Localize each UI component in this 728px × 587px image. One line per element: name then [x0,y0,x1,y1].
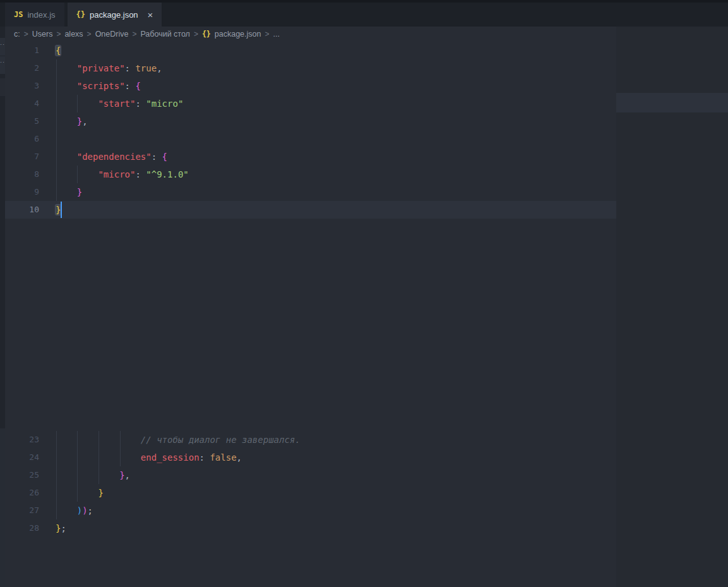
code-line[interactable]: 3 "scripts": { [5,77,616,95]
chevron-right-icon: > [87,30,92,39]
indent-guide [56,484,57,502]
code-text[interactable]: } [56,183,616,201]
code-token: , [237,452,242,463]
code-token: "dependencies" [77,152,152,162]
indent-guide [98,449,99,466]
line-number: 28 [5,519,56,537]
line-number: 26 [5,484,56,502]
code-line[interactable]: 27 )); [5,502,616,519]
code-text[interactable]: "start": "micro" [56,95,616,112]
editor-tab-bar: JS index.js {} package.json × [0,3,728,27]
code-line[interactable]: 26 } [5,484,616,502]
code-text[interactable]: // чтобы диалог не завершался. [56,431,616,449]
indent-guide [56,183,57,201]
code-text[interactable]: "dependencies": { [56,148,616,166]
code-line[interactable]: 5 }, [5,112,616,130]
line-number: 7 [5,148,56,166]
breadcrumb-item-symbol-path[interactable]: ... [273,30,279,39]
code-line[interactable]: 25 }, [5,466,616,484]
code-text[interactable]: "scripts": { [56,77,616,95]
code-token: true [135,63,157,73]
breadcrumb-item-file[interactable]: package.json [215,30,261,39]
text-cursor [61,202,62,218]
code-line[interactable]: 8 "micro": "^9.1.0" [5,166,616,183]
matched-bracket: { [56,45,61,56]
line-number: 4 [5,95,56,112]
code-token: , [82,116,87,126]
code-text[interactable]: } [56,484,616,502]
ellipsis-marks: ·· [0,43,5,45]
json-braces-file-icon: {} [76,10,85,19]
code-token: : [125,63,136,73]
breadcrumb-item-alexs[interactable]: alexs [64,30,83,39]
code-line[interactable]: 23 // чтобы диалог не завершался. [5,431,616,449]
tab-index-js[interactable]: JS index.js [5,3,64,27]
tab-package-json[interactable]: {} package.json × [68,3,162,27]
line-number: 10 [5,201,56,219]
line-number: 2 [5,59,56,77]
matched-bracket: } [56,205,61,215]
editor-group-left[interactable]: 1{2 "private": true,3 "scripts": {4 "sta… [5,42,616,587]
code-text[interactable]: }, [56,112,616,130]
code-token: : [200,452,210,463]
breadcrumb-item-onedrive[interactable]: OneDrive [95,30,129,39]
code-line[interactable]: 24 end_session: false, [5,449,616,466]
indent-guide [77,166,78,183]
chevron-right-icon: > [24,30,28,39]
line-number: 27 [5,502,56,519]
breadcrumb-item-desktop[interactable]: Рабочий стол [140,30,189,39]
package-json-code: 1{2 "private": true,3 "scripts": {4 "sta… [5,42,616,219]
indent-guide [56,130,57,148]
indent-guide [56,431,57,449]
code-line[interactable]: 6 [5,130,616,148]
code-token: } [98,488,103,498]
code-text[interactable]: { [56,42,616,59]
indent-guide [77,484,78,502]
code-text[interactable]: )); [56,502,616,519]
breadcrumb-item-drive[interactable]: c: [14,30,20,39]
tab-label: index.js [27,10,55,20]
code-text[interactable]: "private": true, [56,59,616,77]
code-line[interactable]: 1{ [5,42,616,59]
indent-guide [56,77,57,95]
code-token: // чтобы диалог не завершался. [141,435,301,445]
code-token: : [135,169,146,179]
code-token: , [157,63,162,73]
code-text[interactable]: }; [56,519,616,537]
sidebar-edge-segment [0,428,5,587]
indent-guide [120,431,121,449]
code-text[interactable] [56,130,616,148]
breadcrumb-item-users[interactable]: Users [32,30,53,39]
code-line[interactable]: 7 "dependencies": { [5,148,616,166]
code-line[interactable]: 28}; [5,519,616,537]
code-line[interactable]: 10} [5,201,616,219]
code-token: { [162,152,167,162]
code-token: "start" [98,99,135,109]
current-line-highlight-right [616,93,728,112]
editor-group-right[interactable] [616,27,728,587]
chevron-right-icon: > [194,30,198,39]
code-text[interactable]: end_session: false, [56,449,616,466]
indent-guide [77,95,78,112]
chevron-right-icon: > [265,30,269,39]
close-icon[interactable]: × [148,10,153,20]
indent-guide [98,431,99,449]
code-text[interactable]: }, [56,466,616,484]
json-braces-file-icon: {} [202,30,211,39]
line-number: 23 [5,431,56,449]
javascript-file-icon: JS [14,10,23,19]
code-token: "scripts" [77,81,125,91]
code-token: ; [61,523,66,533]
code-line[interactable]: 2 "private": true, [5,59,616,77]
code-text[interactable]: "micro": "^9.1.0" [56,166,616,183]
code-token: ; [88,505,93,516]
code-line[interactable]: 4 "start": "micro" [5,95,616,112]
code-text[interactable]: } [56,201,616,219]
breadcrumb: c: > Users > alexs > OneDrive > Рабочий … [5,27,616,42]
code-line[interactable]: 9 } [5,183,616,201]
code-token: } [77,116,82,126]
code-token: false [210,452,236,463]
chevron-right-icon: > [132,30,136,39]
cropped-sidebar-edge: ·· ·· [0,27,5,587]
line-number: 1 [5,42,56,59]
